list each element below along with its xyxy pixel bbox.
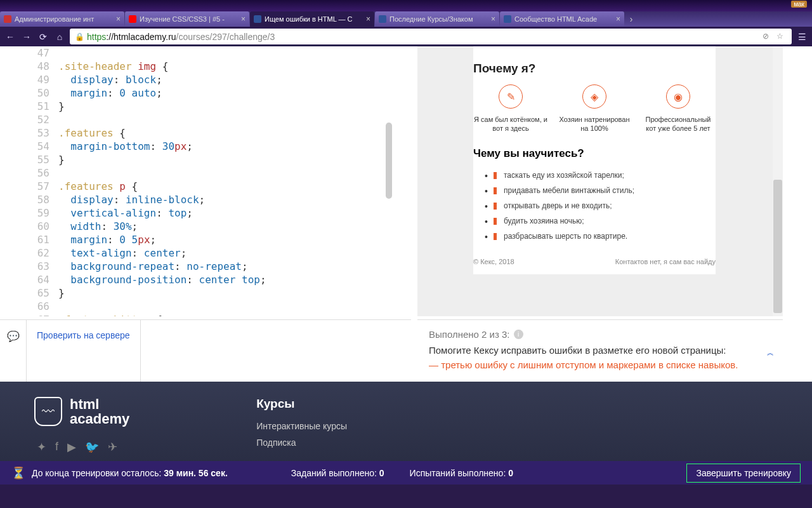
favicon xyxy=(4,15,11,23)
progress-heading: Выполнено 2 из 3: xyxy=(429,329,510,340)
browser-toolbar: ← → ⟳ ⌂ 🔒 https://htmlacademy.ru/courses… xyxy=(0,27,812,46)
back-button[interactable]: ← xyxy=(4,30,16,43)
shield-icon: 〰 xyxy=(34,397,62,426)
preview-pane: Почему я? ✎Я сам был котёнком, и вот я з… xyxy=(417,46,783,316)
close-icon[interactable]: × xyxy=(616,15,620,23)
footer-link[interactable]: Интерактивные курсы xyxy=(256,421,347,431)
browser-tab-strip: Администрирование инт×Изучение CSS/CSS3 … xyxy=(0,11,812,27)
tab-label: Изучение CSS/CSS3 | #5 - xyxy=(140,15,225,23)
preview-scrollbar[interactable] xyxy=(773,46,783,316)
feature-icon: ◉ xyxy=(666,84,690,109)
close-icon[interactable]: × xyxy=(241,15,246,23)
check-panel: 💬 Проверить на сервере xyxy=(0,319,411,383)
scrollbar-thumb[interactable] xyxy=(773,180,782,313)
browser-tab[interactable]: Изучение CSS/CSS3 | #5 -× xyxy=(125,11,249,27)
menu-icon[interactable]: ☰ xyxy=(796,30,808,43)
feature-item: ◈Хозяин натренирован на 100% xyxy=(557,84,632,133)
block-icon[interactable]: ⊘ xyxy=(763,32,773,42)
skill-item: придавать мебели винтажный стиль; xyxy=(473,183,716,198)
feature-item: ◉Профессиональный кот уже более 5 лет xyxy=(641,84,716,133)
skill-item: открывать дверь и не входить; xyxy=(473,198,716,213)
os-badge: мак xyxy=(791,1,807,8)
preview-contact: Контактов нет, я сам вас найду xyxy=(615,258,716,265)
browser-tab[interactable]: Ищем ошибки в HTML — C× xyxy=(250,11,374,27)
info-icon[interactable]: i xyxy=(514,330,523,339)
forward-button[interactable]: → xyxy=(20,30,33,43)
feature-icon: ✎ xyxy=(499,84,523,109)
tab-label: Ищем ошибки в HTML — C xyxy=(265,15,352,23)
stat-trials: Испытаний выполнено: 0 xyxy=(410,468,513,478)
skill-item: разбрасывать шерсть по квартире. xyxy=(473,229,716,244)
new-tab-button[interactable]: › xyxy=(625,11,638,27)
progress-panel: Выполнено 2 из 3: i Помогите Кексу испра… xyxy=(417,319,783,383)
site-footer: 〰 htmlacademy ✦ f ▶ 🐦 ✈ Курсы Интерактив… xyxy=(0,382,812,461)
youtube-icon[interactable]: ▶ xyxy=(67,440,76,454)
tab-label: Администрирование инт xyxy=(15,15,94,23)
bookmark-icon[interactable]: ☆ xyxy=(776,32,787,42)
lock-icon: 🔒 xyxy=(75,32,84,41)
url-field[interactable]: 🔒 https://htmlacademy.ru/courses/297/cha… xyxy=(70,29,792,44)
url-host: ://htmlacademy.ru xyxy=(106,32,176,42)
browser-tab[interactable]: Последние Курсы/Знаком× xyxy=(375,11,499,27)
preview-heading-why: Почему я? xyxy=(473,46,716,84)
footer-heading: Курсы xyxy=(256,397,347,411)
browser-tab[interactable]: Сообщество HTML Acade× xyxy=(500,11,624,27)
expand-icon[interactable]: ︽ xyxy=(767,348,774,358)
os-menu-bar: мак xyxy=(0,0,812,11)
stat-tasks: Заданий выполнено: 0 xyxy=(291,468,384,478)
favicon xyxy=(254,15,261,23)
chat-icon[interactable]: 💬 xyxy=(0,320,27,383)
home-button[interactable]: ⌂ xyxy=(53,30,66,43)
progress-text: Помогите Кексу исправить ошибки в размет… xyxy=(429,345,771,356)
close-icon[interactable]: × xyxy=(366,15,370,23)
favicon xyxy=(129,15,136,23)
feature-text: Профессиональный кот уже более 5 лет xyxy=(641,115,716,133)
favicon xyxy=(504,15,511,23)
finish-button[interactable]: Завершить тренировку xyxy=(686,464,801,483)
hourglass-icon: ⏳ xyxy=(11,466,25,480)
check-server-button[interactable]: Проверить на сервере xyxy=(27,320,141,383)
tab-label: Последние Курсы/Знаком xyxy=(390,15,473,23)
preview-copyright: © Кекс, 2018 xyxy=(473,258,514,265)
preview-heading-learn: Чему вы научитесь? xyxy=(473,133,716,168)
feature-text: Я сам был котёнком, и вот я здесь xyxy=(473,115,548,133)
url-path: /courses/297/challenge/3 xyxy=(176,32,275,42)
vk-icon[interactable]: ✦ xyxy=(37,440,46,454)
timer-text: До конца тренировки осталось: 39 мин. 56… xyxy=(32,468,228,478)
feature-item: ✎Я сам был котёнком, и вот я здесь xyxy=(473,84,548,133)
fb-icon[interactable]: f xyxy=(55,440,58,454)
close-icon[interactable]: × xyxy=(116,15,121,23)
progress-error: третью ошибку с лишним отступом и маркер… xyxy=(429,359,771,370)
feature-text: Хозяин натренирован на 100% xyxy=(557,115,632,133)
timer-bar: ⏳ До конца тренировки осталось: 39 мин. … xyxy=(0,461,812,485)
close-icon[interactable]: × xyxy=(491,15,495,23)
editor-scrollbar[interactable] xyxy=(386,123,392,199)
code-editor[interactable]: 4748.site-header img {49 display: block;… xyxy=(0,46,411,316)
telegram-icon[interactable]: ✈ xyxy=(108,440,117,454)
feature-icon: ◈ xyxy=(582,84,606,109)
skill-item: таскать еду из хозяйской тарелки; xyxy=(473,168,716,183)
reload-button[interactable]: ⟳ xyxy=(37,30,49,43)
url-scheme: https xyxy=(87,32,106,42)
skill-item: будить хозяина ночью; xyxy=(473,213,716,229)
tab-label: Сообщество HTML Acade xyxy=(514,15,597,23)
footer-link[interactable]: Подписка xyxy=(256,438,347,448)
favicon xyxy=(379,15,386,23)
browser-tab[interactable]: Администрирование инт× xyxy=(0,11,124,27)
twitter-icon[interactable]: 🐦 xyxy=(85,440,99,454)
